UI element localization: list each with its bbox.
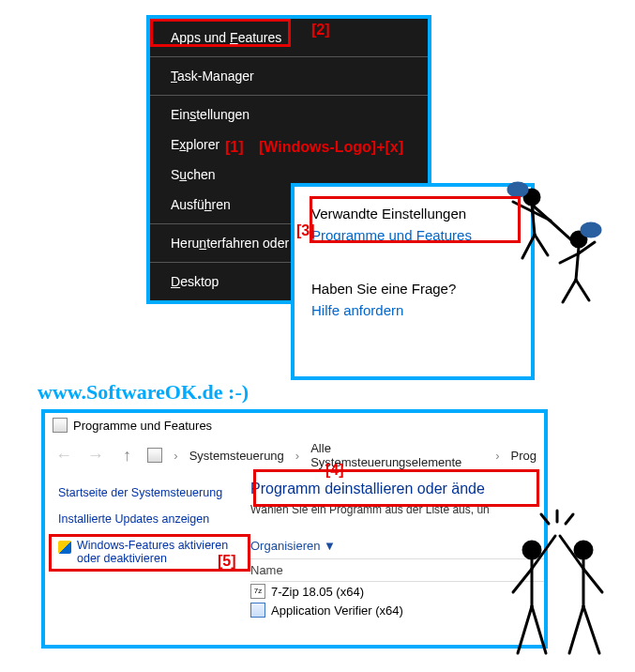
svg-line-18 [513,569,532,592]
svg-line-27 [541,514,549,524]
breadcrumb-1[interactable]: Systemsteuerung [189,449,284,463]
menu-separator [150,95,428,96]
control-panel-icon [53,418,68,433]
svg-point-6 [508,183,527,196]
svg-line-8 [576,247,579,280]
breadcrumb-3[interactable]: Prog [511,449,537,463]
svg-line-9 [563,280,576,302]
svg-line-16 [518,606,532,653]
app-verifier-icon [250,603,265,618]
svg-point-13 [582,223,600,237]
forward-button[interactable]: → [84,446,107,466]
svg-point-14 [523,542,540,558]
programs-features-link[interactable]: Programme und Features [311,227,514,243]
svg-line-28 [566,514,573,524]
svg-line-24 [583,569,602,592]
breadcrumb-bar: ← → ↑ › Systemsteuerung › Alle Systemste… [45,437,544,473]
svg-line-1 [532,205,535,235]
watermark: www.SoftwareOK.de :-) [38,380,249,405]
programs-features-window: Programme und Features ← → ↑ › Systemste… [41,409,548,649]
svg-point-20 [575,542,592,558]
svg-line-22 [569,606,583,653]
window-titlebar: Programme und Features [45,413,544,437]
windows-features-link[interactable]: Windows-Features aktivieren oder deaktiv… [58,539,237,565]
svg-line-11 [560,253,579,263]
request-help-link[interactable]: Hilfe anfordern [311,302,514,318]
have-question-heading: Haben Sie eine Frage? [311,281,514,297]
control-panel-home-link[interactable]: Startseite der Systemsteuerung [58,486,237,499]
menu-separator [150,56,428,57]
breadcrumb-2[interactable]: Alle Systemsteuerungselemente [310,441,484,469]
left-nav-panel: Startseite der Systemsteuerung Installie… [45,475,247,619]
menu-explorer[interactable]: Explorer [150,130,428,160]
menu-settings[interactable]: Einstellungen [150,99,428,130]
menu-task-manager[interactable]: Task-Manager [150,61,428,91]
back-button[interactable]: ← [53,446,75,466]
stick-figures-bottom-icon [494,503,616,663]
svg-line-10 [576,280,589,300]
shield-icon [58,541,71,554]
uninstall-heading: Programm deinstallieren oder ände [250,481,544,497]
up-button[interactable]: ↑ [116,446,139,466]
installed-updates-link[interactable]: Installierte Updates anzeigen [58,512,237,526]
7zip-icon: 7z [250,584,265,599]
svg-line-23 [583,606,599,653]
related-settings-heading: Verwandte Einstellungen [311,206,514,221]
svg-line-3 [535,235,548,255]
stick-figures-top-icon [490,169,612,310]
svg-line-17 [532,606,546,653]
svg-line-2 [522,235,535,258]
menu-apps-features[interactable]: Apps und Features [150,23,428,53]
breadcrumb-icon [147,448,162,463]
window-title: Programme und Features [73,419,212,433]
